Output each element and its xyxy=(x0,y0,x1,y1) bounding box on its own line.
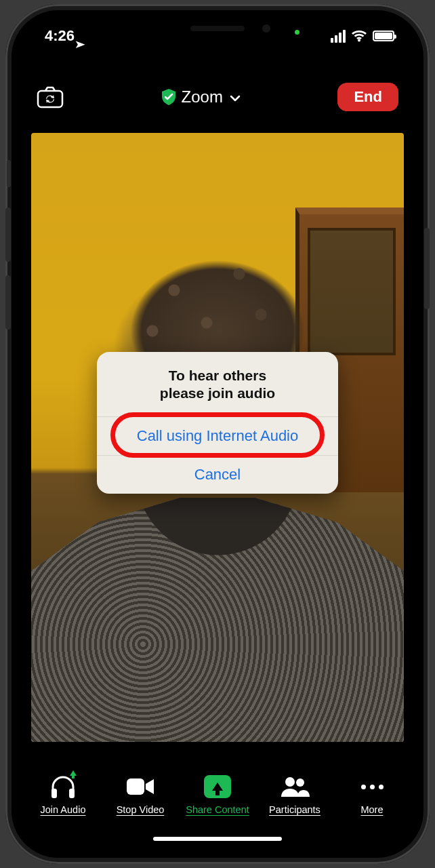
video-camera-icon xyxy=(125,773,155,800)
switch-camera-button[interactable] xyxy=(37,85,64,108)
share-icon xyxy=(203,773,232,800)
svg-rect-2 xyxy=(69,789,75,798)
cancel-button[interactable]: Cancel xyxy=(97,455,338,494)
wifi-icon xyxy=(351,30,367,42)
action-sheet-message-line: To hear others xyxy=(117,367,318,384)
svg-point-5 xyxy=(296,778,304,787)
share-content-button[interactable]: Share Content xyxy=(179,773,256,815)
volume-up-button xyxy=(5,208,11,262)
svg-point-4 xyxy=(285,777,295,787)
meeting-bottom-bar: Join Audio Stop Video Share Content xyxy=(20,757,415,819)
phone-frame: 4:26 xyxy=(5,4,430,864)
mute-switch xyxy=(7,160,11,187)
svg-rect-0 xyxy=(38,91,62,107)
up-arrow-icon xyxy=(70,770,77,776)
svg-rect-1 xyxy=(51,789,57,798)
call-internet-audio-button[interactable]: Call using Internet Audio xyxy=(97,416,338,455)
notch xyxy=(129,18,306,42)
join-audio-action-sheet: To hear others please join audio Call us… xyxy=(97,352,338,494)
camera-active-indicator xyxy=(295,30,299,35)
svg-rect-3 xyxy=(127,778,144,795)
action-sheet-message: To hear others please join audio xyxy=(97,352,338,416)
toolbar-item-label: Stop Video xyxy=(117,804,165,815)
encryption-shield-icon xyxy=(161,89,176,105)
power-button xyxy=(424,228,430,309)
toolbar-item-label: Join Audio xyxy=(41,804,86,815)
status-time: 4:26 xyxy=(45,27,75,45)
stop-video-button[interactable]: Stop Video xyxy=(102,773,179,815)
headphones-icon xyxy=(48,773,78,800)
toolbar-item-label: Share Content xyxy=(186,804,249,815)
cellular-signal-icon xyxy=(331,30,346,43)
meeting-title: Zoom xyxy=(182,87,223,106)
action-sheet-message-line: please join audio xyxy=(117,384,318,402)
more-icon xyxy=(357,773,387,800)
meeting-top-bar: Zoom End xyxy=(20,79,415,115)
chevron-down-icon xyxy=(230,87,241,106)
participants-button[interactable]: Participants xyxy=(256,773,333,815)
volume-down-button xyxy=(5,275,11,330)
participants-icon xyxy=(280,773,310,800)
end-meeting-button[interactable]: End xyxy=(337,83,398,111)
more-button[interactable]: More xyxy=(333,773,411,815)
toolbar-item-label: Participants xyxy=(269,804,320,815)
toolbar-item-label: More xyxy=(360,804,383,815)
join-audio-button[interactable]: Join Audio xyxy=(24,773,102,815)
battery-icon xyxy=(373,31,394,41)
meeting-title-button[interactable]: Zoom xyxy=(161,87,241,106)
home-indicator[interactable] xyxy=(153,837,282,841)
video-background xyxy=(31,498,404,742)
screen: 4:26 xyxy=(20,18,415,850)
